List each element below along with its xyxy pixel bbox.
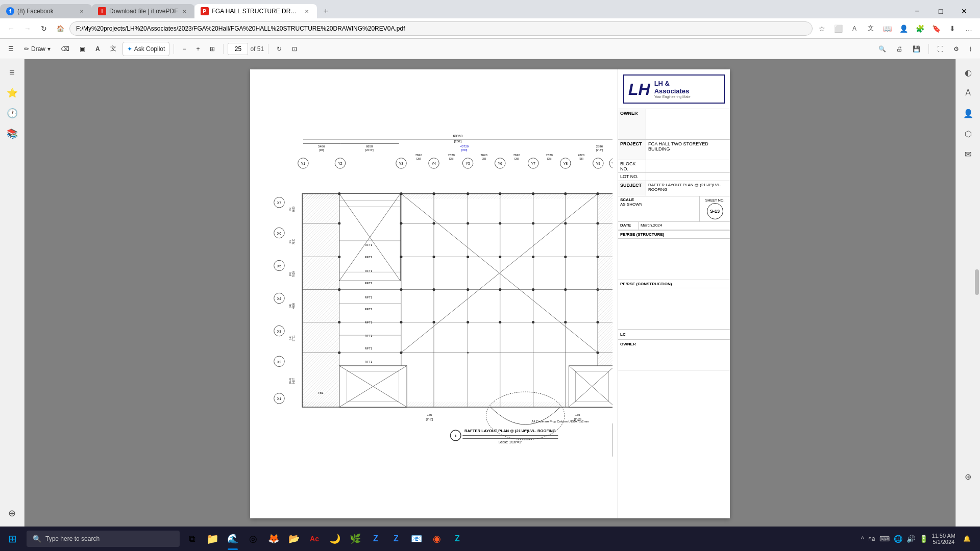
taskbar-cyan-app[interactable]: Z — [447, 527, 468, 551]
rotate-button[interactable]: ↻ — [273, 42, 286, 56]
erase-button[interactable]: ⌫ — [57, 42, 74, 56]
taskbar-acrobat[interactable]: Ac — [304, 527, 325, 551]
tab-pdf-close[interactable]: ✕ — [303, 7, 311, 15]
font-adjust-icon[interactable]: A — [847, 21, 862, 36]
address-bar-row: ← → ↻ 🏠 ☆ ⬜ A 文 📖 👤 🧩 🔖 ⬇ … — [0, 18, 980, 39]
svg-text:RFT1: RFT1 — [364, 282, 373, 285]
forward-button[interactable]: → — [20, 21, 35, 36]
downloads-icon[interactable]: ⬇ — [945, 21, 960, 36]
pdf-settings-button[interactable]: ⚙ — [949, 42, 963, 56]
keyboard-icon[interactable]: ⌨ — [879, 535, 890, 543]
company-name2: Associates — [654, 87, 691, 95]
taskbar: ⊞ 🔍 Type here to search ⧉ 📁 🌊 ◎ 🦊 📂 Ac 🌙… — [0, 527, 980, 551]
star-icon[interactable]: ☆ — [815, 21, 829, 36]
draw-dropdown-icon[interactable]: ▾ — [47, 45, 51, 53]
zoom2-icon: Z — [394, 534, 399, 543]
right-icon-add[interactable]: ⊕ — [959, 467, 977, 486]
tab-facebook[interactable]: f (8) Facebook ✕ — [0, 4, 92, 18]
kanji-button[interactable]: 文 — [106, 42, 120, 56]
chevron-up-icon[interactable]: ^ — [861, 535, 864, 542]
svg-point-161 — [499, 321, 501, 323]
taskbar-file-explorer[interactable]: 📁 — [202, 527, 223, 551]
pdf-collapse-button[interactable]: ⟩ — [965, 42, 976, 56]
text-tool-button[interactable]: A — [91, 42, 104, 56]
add-tab-button[interactable]: + — [319, 4, 333, 18]
profile-icon[interactable]: 👤 — [896, 21, 911, 36]
taskbar-zoom1[interactable]: Z — [365, 527, 386, 551]
volume-icon[interactable]: 🔊 — [906, 535, 915, 543]
notification-button[interactable]: 🔔 — [960, 532, 974, 546]
pdf-save-button[interactable]: 💾 — [909, 42, 924, 56]
battery-icon[interactable]: 🔋 — [919, 535, 928, 543]
taskbar-green-app[interactable]: 🌿 — [345, 527, 365, 551]
pdf-fullscreen-button[interactable]: ⛶ — [933, 42, 947, 56]
start-button[interactable]: ⊞ — [0, 527, 24, 551]
tab-pdf[interactable]: P FGA HALL STRUCTURE DRAWIN... ✕ — [194, 4, 317, 18]
right-icon-user[interactable]: 👤 — [959, 104, 977, 122]
zoom-in-button[interactable]: + — [192, 42, 204, 56]
sidebar-menu-icon[interactable]: ≡ — [3, 63, 21, 82]
svg-text:Y9: Y9 — [596, 162, 601, 165]
scroll-indicator[interactable] — [975, 269, 979, 295]
sidebar-toggle-button[interactable]: ☰ — [4, 42, 18, 56]
tab-facebook-close[interactable]: ✕ — [78, 7, 86, 15]
taskbar-moon-app[interactable]: 🌙 — [325, 527, 345, 551]
window-close[interactable]: ✕ — [952, 4, 976, 18]
window-maximize[interactable]: □ — [929, 4, 952, 18]
taskbar-orange-app[interactable]: ◉ — [427, 527, 447, 551]
taskbar-zoom2[interactable]: Z — [386, 527, 406, 551]
refresh-button[interactable]: ↻ — [37, 21, 51, 36]
zoom-out-button[interactable]: − — [178, 42, 190, 56]
taskbar-search-box[interactable]: 🔍 Type here to search — [27, 531, 180, 547]
page-view-button[interactable]: ⊞ — [206, 42, 219, 56]
highlight-button[interactable]: ▣ — [76, 42, 89, 56]
taskbar-clock[interactable]: 11:50 AM 5/1/2024 — [932, 533, 955, 545]
taskbar-chrome[interactable]: ◎ — [243, 527, 263, 551]
pdf-viewer[interactable]: 60960 [200'] 5486 [18'] 6858 [22'-6"] 45… — [24, 59, 955, 527]
sidebar-favorites-icon[interactable]: ⭐ — [3, 84, 21, 102]
right-icon-hex[interactable]: ⬡ — [959, 124, 977, 143]
tab-pdf-title: FGA HALL STRUCTURE DRAWIN... — [212, 8, 301, 15]
collections-icon[interactable]: ⬜ — [831, 21, 845, 36]
settings-icon[interactable]: … — [962, 21, 976, 36]
taskbar-edge[interactable]: 🌊 — [223, 527, 243, 551]
date-row: DATE March.2024 — [618, 222, 730, 230]
pe-rse-struct-content — [618, 239, 730, 280]
page-number-input[interactable] — [228, 43, 248, 55]
pdf-print-button[interactable]: 🖨 — [892, 42, 906, 56]
favorites-icon[interactable]: 🔖 — [929, 21, 943, 36]
pdf-search-button[interactable]: 🔍 — [874, 42, 890, 56]
extensions-icon[interactable]: 🧩 — [913, 21, 927, 36]
folder2-icon: 📂 — [288, 533, 300, 544]
back-button[interactable]: ← — [4, 21, 18, 36]
right-icon-profile[interactable]: ◐ — [959, 63, 977, 82]
taskbar-firefox[interactable]: 🦊 — [263, 527, 284, 551]
tab-ilovepdf-close[interactable]: ✕ — [180, 7, 188, 15]
right-icon-font[interactable]: A — [959, 84, 977, 102]
taskbar-folder2[interactable]: 📂 — [284, 527, 304, 551]
sidebar-add-icon[interactable]: ⊕ — [3, 504, 21, 522]
language-indicator[interactable]: กอ — [868, 534, 875, 543]
svg-point-137 — [499, 222, 501, 224]
network-icon[interactable]: 🌐 — [894, 535, 902, 543]
right-icon-mail[interactable]: ✉ — [959, 145, 977, 163]
edge-sidebar: ≡ ⭐ 🕐 📚 ⊕ — [0, 59, 24, 527]
task-view-button[interactable]: ⧉ — [182, 527, 202, 551]
copilot-button[interactable]: ✦ Ask Copilot — [122, 42, 170, 56]
svg-point-144 — [467, 256, 469, 258]
svg-text:RFT1: RFT1 — [364, 296, 373, 299]
sidebar-collections-icon[interactable]: 📚 — [3, 124, 21, 143]
svg-text:RFT1: RFT1 — [364, 243, 373, 246]
window-minimize[interactable]: − — [905, 4, 929, 18]
home-button[interactable]: 🏠 — [53, 21, 67, 36]
svg-text:7620: 7620 — [415, 154, 422, 157]
translate-icon[interactable]: 文 — [864, 21, 878, 36]
address-input[interactable] — [69, 21, 813, 36]
browser-chrome: f (8) Facebook ✕ i Download file | iLove… — [0, 0, 980, 39]
taskbar-outlook[interactable]: 📧 — [406, 527, 427, 551]
info-panel: LH LH & Associates Your Engineering Mate… — [618, 69, 730, 518]
sidebar-history-icon[interactable]: 🕐 — [3, 104, 21, 122]
fit-button[interactable]: ⊡ — [288, 42, 301, 56]
immersive-reader-icon[interactable]: 📖 — [880, 21, 894, 36]
tab-ilovepdf[interactable]: i Download file | iLovePDF ✕ — [92, 4, 194, 18]
